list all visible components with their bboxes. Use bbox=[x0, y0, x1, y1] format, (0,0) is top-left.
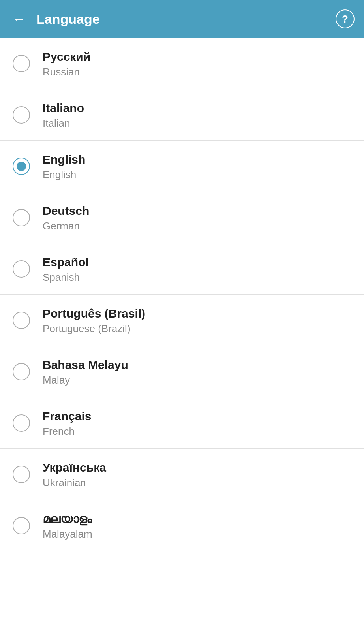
language-item-spanish[interactable]: EspañolSpanish bbox=[0, 243, 364, 295]
language-native-english: English bbox=[43, 152, 85, 167]
language-english-german: German bbox=[43, 220, 89, 232]
language-item-portuguese-brazil[interactable]: Português (Brasil)Portuguese (Brazil) bbox=[0, 295, 364, 346]
language-text-english: EnglishEnglish bbox=[43, 152, 85, 181]
language-english-french: French bbox=[43, 425, 91, 438]
radio-malayalam bbox=[13, 517, 30, 534]
language-item-malayalam[interactable]: മലയാളംMalayalam bbox=[0, 500, 364, 551]
radio-malay bbox=[13, 363, 30, 380]
radio-outer-spanish[interactable] bbox=[13, 260, 30, 278]
language-native-malayalam: മലയാളം bbox=[43, 511, 92, 527]
language-text-italian: ItalianoItalian bbox=[43, 100, 84, 130]
language-text-russian: РусскийRussian bbox=[43, 49, 90, 78]
language-list: РусскийRussianItalianoItalianEnglishEngl… bbox=[0, 38, 364, 551]
radio-english bbox=[13, 158, 30, 175]
radio-spanish bbox=[13, 260, 30, 278]
language-item-italian[interactable]: ItalianoItalian bbox=[0, 89, 364, 141]
radio-outer-english[interactable] bbox=[13, 158, 30, 175]
language-text-ukrainian: УкраїнськаUkrainian bbox=[43, 460, 106, 489]
language-native-italian: Italiano bbox=[43, 100, 84, 116]
language-english-italian: Italian bbox=[43, 117, 84, 130]
help-button[interactable]: ? bbox=[336, 9, 355, 28]
language-text-malay: Bahasa MelayuMalay bbox=[43, 357, 128, 386]
radio-ukrainian bbox=[13, 466, 30, 483]
language-english-portuguese-brazil: Portuguese (Brazil) bbox=[43, 323, 145, 335]
language-native-german: Deutsch bbox=[43, 203, 89, 218]
radio-inner-english bbox=[17, 162, 26, 171]
language-item-english[interactable]: EnglishEnglish bbox=[0, 141, 364, 192]
language-text-french: FrançaisFrench bbox=[43, 408, 91, 438]
language-item-russian[interactable]: РусскийRussian bbox=[0, 38, 364, 89]
language-native-malay: Bahasa Melayu bbox=[43, 357, 128, 372]
language-item-ukrainian[interactable]: УкраїнськаUkrainian bbox=[0, 449, 364, 500]
radio-german bbox=[13, 209, 30, 226]
language-english-spanish: Spanish bbox=[43, 271, 89, 284]
language-text-german: DeutschGerman bbox=[43, 203, 89, 232]
radio-italian bbox=[13, 106, 30, 124]
language-native-spanish: Español bbox=[43, 254, 89, 270]
language-english-english: English bbox=[43, 169, 85, 181]
language-text-malayalam: മലയാളംMalayalam bbox=[43, 511, 92, 540]
language-text-portuguese-brazil: Português (Brasil)Portuguese (Brazil) bbox=[43, 306, 145, 335]
radio-outer-ukrainian[interactable] bbox=[13, 466, 30, 483]
language-item-malay[interactable]: Bahasa MelayuMalay bbox=[0, 346, 364, 397]
language-native-russian: Русский bbox=[43, 49, 90, 64]
language-item-german[interactable]: DeutschGerman bbox=[0, 192, 364, 243]
language-english-malay: Malay bbox=[43, 374, 128, 386]
language-native-ukrainian: Українська bbox=[43, 460, 106, 475]
radio-outer-malay[interactable] bbox=[13, 363, 30, 380]
language-text-spanish: EspañolSpanish bbox=[43, 254, 89, 284]
app-header: ← Language ? bbox=[0, 0, 364, 38]
radio-outer-portuguese-brazil[interactable] bbox=[13, 312, 30, 329]
language-item-french[interactable]: FrançaisFrench bbox=[0, 397, 364, 449]
radio-portuguese-brazil bbox=[13, 312, 30, 329]
radio-french bbox=[13, 414, 30, 432]
radio-outer-french[interactable] bbox=[13, 414, 30, 432]
page-title: Language bbox=[36, 11, 336, 27]
language-english-malayalam: Malayalam bbox=[43, 528, 92, 540]
radio-outer-russian[interactable] bbox=[13, 55, 30, 72]
language-english-russian: Russian bbox=[43, 66, 90, 78]
language-native-french: Français bbox=[43, 408, 91, 424]
back-button[interactable]: ← bbox=[9, 9, 28, 28]
radio-outer-malayalam[interactable] bbox=[13, 517, 30, 534]
radio-russian bbox=[13, 55, 30, 72]
radio-outer-italian[interactable] bbox=[13, 106, 30, 124]
language-english-ukrainian: Ukrainian bbox=[43, 477, 106, 489]
language-native-portuguese-brazil: Português (Brasil) bbox=[43, 306, 145, 321]
radio-outer-german[interactable] bbox=[13, 209, 30, 226]
